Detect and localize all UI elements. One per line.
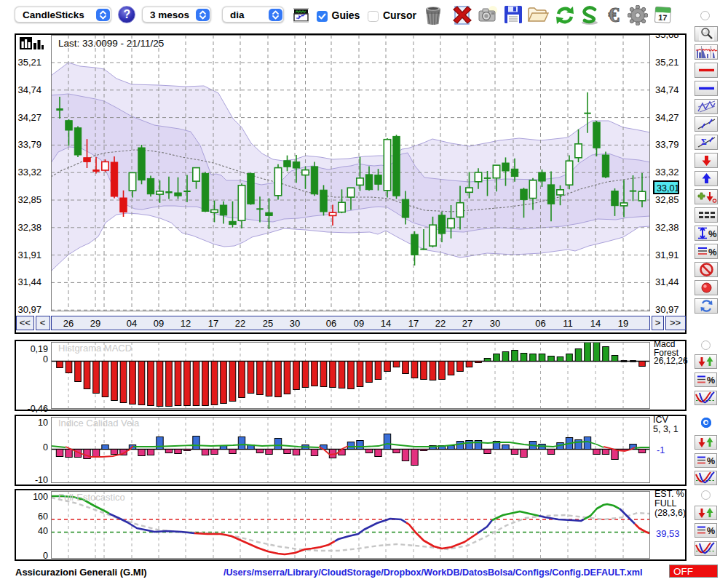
svg-text:%: % [707, 456, 715, 466]
svg-text:%: % [707, 375, 715, 386]
svg-text:%: % [707, 526, 715, 536]
svg-text:%: % [708, 228, 717, 239]
svg-text:€: € [609, 5, 620, 25]
svg-text:%: % [708, 247, 717, 258]
svg-text:Σ: Σ [701, 137, 707, 147]
svg-text:17: 17 [658, 13, 668, 23]
